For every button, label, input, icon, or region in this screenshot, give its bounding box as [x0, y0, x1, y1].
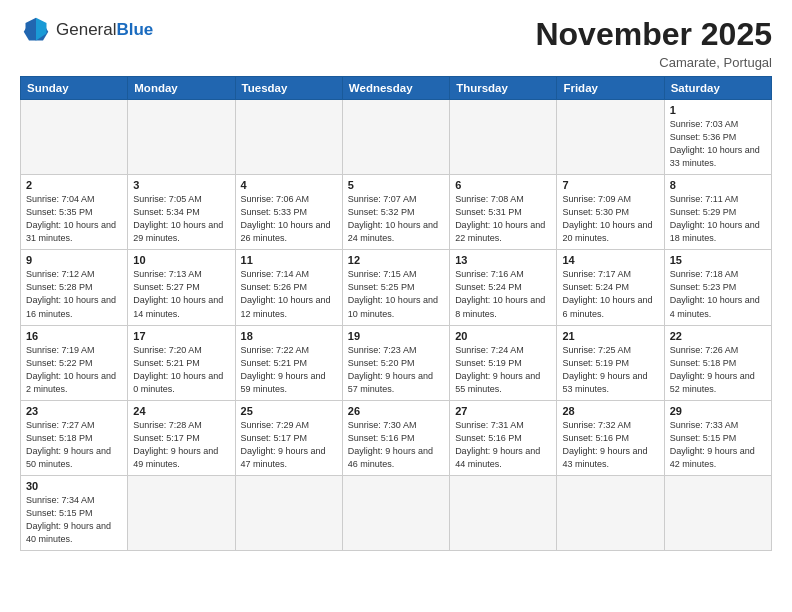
day-info: Sunrise: 7:13 AM Sunset: 5:27 PM Dayligh…	[133, 268, 229, 320]
day-number: 17	[133, 330, 229, 342]
table-row	[342, 100, 449, 175]
day-info: Sunrise: 7:33 AM Sunset: 5:15 PM Dayligh…	[670, 419, 766, 471]
header-tuesday: Tuesday	[235, 77, 342, 100]
day-number: 7	[562, 179, 658, 191]
day-number: 9	[26, 254, 122, 266]
day-number: 20	[455, 330, 551, 342]
day-number: 23	[26, 405, 122, 417]
header-friday: Friday	[557, 77, 664, 100]
table-row	[450, 475, 557, 550]
table-row	[450, 100, 557, 175]
day-number: 13	[455, 254, 551, 266]
day-info: Sunrise: 7:09 AM Sunset: 5:30 PM Dayligh…	[562, 193, 658, 245]
page: GeneralBlue November 2025 Camarate, Port…	[0, 0, 792, 612]
table-row: 9Sunrise: 7:12 AM Sunset: 5:28 PM Daylig…	[21, 250, 128, 325]
day-number: 30	[26, 480, 122, 492]
logo: GeneralBlue	[20, 16, 153, 44]
day-number: 22	[670, 330, 766, 342]
table-row: 23Sunrise: 7:27 AM Sunset: 5:18 PM Dayli…	[21, 400, 128, 475]
day-number: 5	[348, 179, 444, 191]
table-row: 20Sunrise: 7:24 AM Sunset: 5:19 PM Dayli…	[450, 325, 557, 400]
calendar-row: 9Sunrise: 7:12 AM Sunset: 5:28 PM Daylig…	[21, 250, 772, 325]
day-info: Sunrise: 7:31 AM Sunset: 5:16 PM Dayligh…	[455, 419, 551, 471]
day-info: Sunrise: 7:08 AM Sunset: 5:31 PM Dayligh…	[455, 193, 551, 245]
day-number: 28	[562, 405, 658, 417]
table-row: 10Sunrise: 7:13 AM Sunset: 5:27 PM Dayli…	[128, 250, 235, 325]
table-row: 27Sunrise: 7:31 AM Sunset: 5:16 PM Dayli…	[450, 400, 557, 475]
table-row: 29Sunrise: 7:33 AM Sunset: 5:15 PM Dayli…	[664, 400, 771, 475]
day-number: 12	[348, 254, 444, 266]
day-number: 18	[241, 330, 337, 342]
day-info: Sunrise: 7:30 AM Sunset: 5:16 PM Dayligh…	[348, 419, 444, 471]
calendar-row: 23Sunrise: 7:27 AM Sunset: 5:18 PM Dayli…	[21, 400, 772, 475]
calendar-row: 30Sunrise: 7:34 AM Sunset: 5:15 PM Dayli…	[21, 475, 772, 550]
day-number: 2	[26, 179, 122, 191]
table-row: 19Sunrise: 7:23 AM Sunset: 5:20 PM Dayli…	[342, 325, 449, 400]
day-number: 16	[26, 330, 122, 342]
table-row	[557, 475, 664, 550]
day-info: Sunrise: 7:11 AM Sunset: 5:29 PM Dayligh…	[670, 193, 766, 245]
title-block: November 2025 Camarate, Portugal	[535, 16, 772, 70]
table-row	[235, 475, 342, 550]
table-row: 13Sunrise: 7:16 AM Sunset: 5:24 PM Dayli…	[450, 250, 557, 325]
day-info: Sunrise: 7:34 AM Sunset: 5:15 PM Dayligh…	[26, 494, 122, 546]
header-monday: Monday	[128, 77, 235, 100]
day-info: Sunrise: 7:25 AM Sunset: 5:19 PM Dayligh…	[562, 344, 658, 396]
day-number: 8	[670, 179, 766, 191]
day-info: Sunrise: 7:32 AM Sunset: 5:16 PM Dayligh…	[562, 419, 658, 471]
day-info: Sunrise: 7:29 AM Sunset: 5:17 PM Dayligh…	[241, 419, 337, 471]
table-row: 24Sunrise: 7:28 AM Sunset: 5:17 PM Dayli…	[128, 400, 235, 475]
logo-text: GeneralBlue	[56, 20, 153, 40]
day-number: 4	[241, 179, 337, 191]
table-row: 30Sunrise: 7:34 AM Sunset: 5:15 PM Dayli…	[21, 475, 128, 550]
header-wednesday: Wednesday	[342, 77, 449, 100]
day-number: 27	[455, 405, 551, 417]
table-row: 3Sunrise: 7:05 AM Sunset: 5:34 PM Daylig…	[128, 175, 235, 250]
table-row: 7Sunrise: 7:09 AM Sunset: 5:30 PM Daylig…	[557, 175, 664, 250]
day-info: Sunrise: 7:16 AM Sunset: 5:24 PM Dayligh…	[455, 268, 551, 320]
day-info: Sunrise: 7:04 AM Sunset: 5:35 PM Dayligh…	[26, 193, 122, 245]
header-sunday: Sunday	[21, 77, 128, 100]
day-info: Sunrise: 7:18 AM Sunset: 5:23 PM Dayligh…	[670, 268, 766, 320]
logo-icon	[20, 16, 52, 44]
table-row	[21, 100, 128, 175]
table-row: 22Sunrise: 7:26 AM Sunset: 5:18 PM Dayli…	[664, 325, 771, 400]
day-number: 29	[670, 405, 766, 417]
day-number: 19	[348, 330, 444, 342]
table-row: 17Sunrise: 7:20 AM Sunset: 5:21 PM Dayli…	[128, 325, 235, 400]
table-row	[128, 475, 235, 550]
day-number: 24	[133, 405, 229, 417]
table-row: 12Sunrise: 7:15 AM Sunset: 5:25 PM Dayli…	[342, 250, 449, 325]
table-row: 14Sunrise: 7:17 AM Sunset: 5:24 PM Dayli…	[557, 250, 664, 325]
day-number: 11	[241, 254, 337, 266]
day-info: Sunrise: 7:26 AM Sunset: 5:18 PM Dayligh…	[670, 344, 766, 396]
day-number: 15	[670, 254, 766, 266]
calendar-title: November 2025	[535, 16, 772, 53]
day-info: Sunrise: 7:12 AM Sunset: 5:28 PM Dayligh…	[26, 268, 122, 320]
day-number: 25	[241, 405, 337, 417]
table-row: 5Sunrise: 7:07 AM Sunset: 5:32 PM Daylig…	[342, 175, 449, 250]
calendar-table: Sunday Monday Tuesday Wednesday Thursday…	[20, 76, 772, 551]
table-row: 21Sunrise: 7:25 AM Sunset: 5:19 PM Dayli…	[557, 325, 664, 400]
day-info: Sunrise: 7:24 AM Sunset: 5:19 PM Dayligh…	[455, 344, 551, 396]
day-number: 21	[562, 330, 658, 342]
header-saturday: Saturday	[664, 77, 771, 100]
table-row: 11Sunrise: 7:14 AM Sunset: 5:26 PM Dayli…	[235, 250, 342, 325]
day-number: 3	[133, 179, 229, 191]
table-row: 26Sunrise: 7:30 AM Sunset: 5:16 PM Dayli…	[342, 400, 449, 475]
day-info: Sunrise: 7:19 AM Sunset: 5:22 PM Dayligh…	[26, 344, 122, 396]
day-info: Sunrise: 7:28 AM Sunset: 5:17 PM Dayligh…	[133, 419, 229, 471]
table-row: 6Sunrise: 7:08 AM Sunset: 5:31 PM Daylig…	[450, 175, 557, 250]
table-row: 25Sunrise: 7:29 AM Sunset: 5:17 PM Dayli…	[235, 400, 342, 475]
day-info: Sunrise: 7:23 AM Sunset: 5:20 PM Dayligh…	[348, 344, 444, 396]
day-info: Sunrise: 7:06 AM Sunset: 5:33 PM Dayligh…	[241, 193, 337, 245]
day-info: Sunrise: 7:20 AM Sunset: 5:21 PM Dayligh…	[133, 344, 229, 396]
weekday-header-row: Sunday Monday Tuesday Wednesday Thursday…	[21, 77, 772, 100]
table-row: 16Sunrise: 7:19 AM Sunset: 5:22 PM Dayli…	[21, 325, 128, 400]
calendar-row: 1Sunrise: 7:03 AM Sunset: 5:36 PM Daylig…	[21, 100, 772, 175]
table-row: 2Sunrise: 7:04 AM Sunset: 5:35 PM Daylig…	[21, 175, 128, 250]
table-row: 28Sunrise: 7:32 AM Sunset: 5:16 PM Dayli…	[557, 400, 664, 475]
table-row	[664, 475, 771, 550]
day-number: 10	[133, 254, 229, 266]
day-info: Sunrise: 7:27 AM Sunset: 5:18 PM Dayligh…	[26, 419, 122, 471]
